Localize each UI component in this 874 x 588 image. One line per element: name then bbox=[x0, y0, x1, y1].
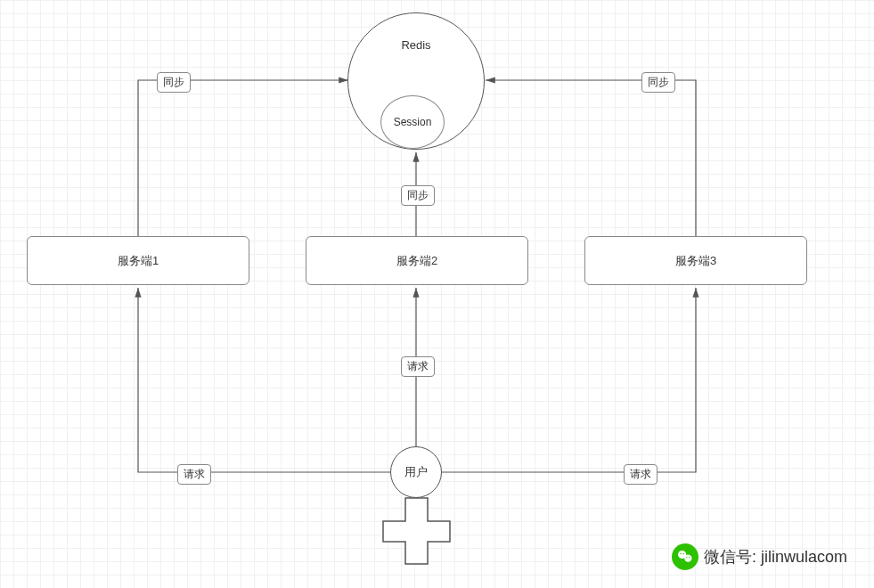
server3-node: 服务端3 bbox=[584, 236, 807, 285]
edge-label-req1: 请求 bbox=[177, 464, 211, 485]
edge-req3 bbox=[440, 288, 696, 472]
edge-sync3 bbox=[486, 80, 696, 236]
user-node: 用户 bbox=[390, 446, 442, 498]
svg-point-5 bbox=[689, 557, 690, 558]
edge-req1 bbox=[138, 288, 392, 472]
user-cross-icon bbox=[383, 498, 450, 564]
redis-label: Redis bbox=[401, 38, 430, 52]
edge-label-req2: 请求 bbox=[401, 356, 435, 377]
svg-point-2 bbox=[680, 553, 682, 555]
server2-node: 服务端2 bbox=[306, 236, 528, 285]
server3-label: 服务端3 bbox=[675, 253, 716, 269]
redis-node: Redis Session bbox=[347, 12, 485, 150]
watermark: 微信号: jilinwulacom bbox=[672, 543, 847, 570]
svg-point-3 bbox=[682, 553, 684, 555]
edge-sync1 bbox=[138, 80, 348, 236]
watermark-value: jilinwulacom bbox=[761, 548, 847, 567]
edge-label-sync2: 同步 bbox=[401, 185, 435, 206]
server2-label: 服务端2 bbox=[396, 253, 437, 269]
edge-label-req3: 请求 bbox=[624, 464, 658, 485]
svg-point-4 bbox=[686, 557, 687, 558]
user-label: 用户 bbox=[404, 464, 428, 480]
svg-point-1 bbox=[684, 555, 691, 562]
edge-label-sync1: 同步 bbox=[157, 72, 191, 93]
server1-label: 服务端1 bbox=[118, 253, 159, 269]
session-label: Session bbox=[394, 116, 432, 128]
edge-label-sync3: 同步 bbox=[641, 72, 675, 93]
wechat-icon bbox=[672, 543, 698, 570]
server1-node: 服务端1 bbox=[27, 236, 249, 285]
session-node: Session bbox=[380, 95, 445, 149]
watermark-prefix: 微信号: bbox=[704, 546, 756, 568]
